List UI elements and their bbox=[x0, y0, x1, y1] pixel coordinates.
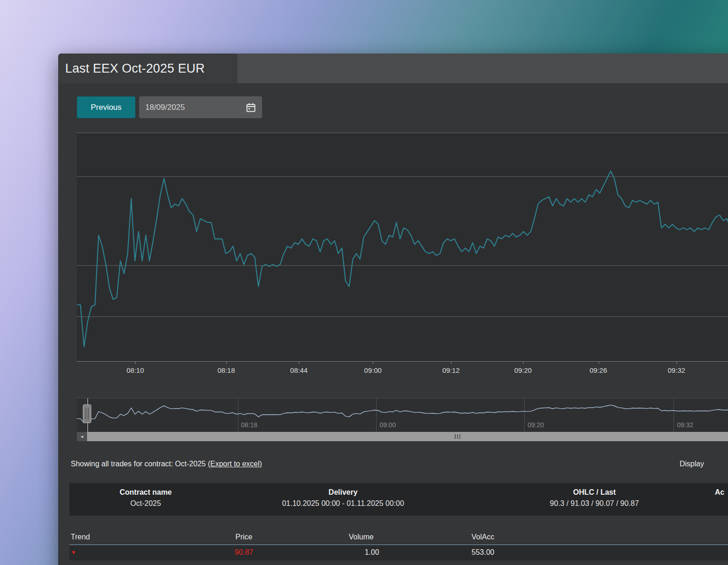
chart-x-axis: 08:1008:1808:4409:0009:1209:2009:2609:32… bbox=[77, 362, 728, 380]
app-window: Last EEX Oct-2025 EUR Previous 18/09/202… bbox=[58, 54, 728, 565]
x-axis-tick-mark bbox=[135, 362, 135, 364]
summary-value: 01.10.2025 00:00 - 01.11.2025 00:00 bbox=[282, 497, 404, 508]
window-titlebar: Last EEX Oct-2025 EUR bbox=[58, 54, 728, 83]
date-picker[interactable]: 18/09/2025 bbox=[139, 96, 262, 118]
x-axis-tick-mark bbox=[599, 362, 599, 364]
date-value: 18/09/2025 bbox=[145, 103, 185, 112]
col-header-trend: Trend bbox=[71, 533, 90, 541]
trend-down-icon: ▼ bbox=[71, 549, 76, 556]
navigator-grid-line bbox=[376, 398, 377, 432]
price-line-series bbox=[77, 133, 728, 362]
window-title: Last EEX Oct-2025 EUR bbox=[65, 61, 205, 76]
display-label[interactable]: Display bbox=[680, 460, 704, 468]
summary-col-contract: Contract name Oct-2025 bbox=[120, 483, 172, 508]
status-text: Showing all trades for contract: Oct-202… bbox=[71, 460, 262, 468]
chart-navigator[interactable]: 08:1809:0009:2009:32 bbox=[77, 398, 728, 432]
x-axis-tick-mark bbox=[676, 362, 677, 364]
summary-value: Oct-2025 bbox=[120, 497, 172, 508]
navigator-time-label: 09:20 bbox=[527, 421, 544, 429]
navigator-grid-line bbox=[674, 398, 674, 432]
summary-header: Ac bbox=[715, 483, 724, 497]
scrollbar-grip-icon[interactable] bbox=[455, 434, 460, 439]
x-axis-tick-label: 08:44 bbox=[290, 366, 308, 374]
trade-volume: 1.00 bbox=[364, 548, 379, 557]
summary-value: 90.3 / 91.03 / 90.07 / 90.87 bbox=[550, 497, 639, 508]
x-axis-tick-label: 08:10 bbox=[127, 366, 144, 374]
x-axis-tick-label: 09:26 bbox=[590, 366, 607, 374]
x-axis-tick-mark bbox=[299, 362, 299, 364]
col-header-volacc: VolAcc bbox=[472, 533, 494, 541]
x-axis-tick-label: 09:32 bbox=[668, 366, 686, 374]
summary-value bbox=[715, 497, 724, 499]
navigator-time-label: 08:18 bbox=[241, 421, 257, 429]
x-axis-tick-mark bbox=[226, 362, 227, 364]
scrollbar-left-arrow-icon[interactable]: ◄ bbox=[77, 432, 87, 441]
summary-col-delivery: Delivery 01.10.2025 00:00 - 01.11.2025 0… bbox=[282, 483, 404, 508]
col-header-price: Price bbox=[236, 533, 252, 541]
trades-table: Trend Price Volume VolAcc ▼ 90.87 1.00 5… bbox=[69, 530, 728, 560]
price-chart[interactable] bbox=[77, 133, 728, 362]
navigator-line-series bbox=[77, 401, 728, 424]
trade-row[interactable]: ▼ 90.87 1.00 553.00 bbox=[69, 545, 728, 560]
trades-header-row: Trend Price Volume VolAcc bbox=[69, 530, 728, 545]
calendar-icon[interactable] bbox=[246, 102, 256, 113]
summary-header: Delivery bbox=[282, 483, 404, 497]
summary-header: Contract name bbox=[120, 483, 172, 497]
x-axis-tick-label: 09:12 bbox=[442, 366, 460, 374]
navigator-time-label: 09:32 bbox=[677, 421, 693, 429]
col-header-volume: Volume bbox=[349, 533, 373, 541]
chart-scrollbar[interactable]: ◄ bbox=[77, 432, 728, 441]
navigator-grid-line bbox=[524, 398, 525, 432]
trade-price: 90.87 bbox=[235, 548, 253, 557]
scrollbar-track[interactable] bbox=[87, 432, 728, 441]
x-axis-tick-mark bbox=[523, 362, 524, 364]
desktop-background: Last EEX Oct-2025 EUR Previous 18/09/202… bbox=[0, 0, 728, 565]
x-axis-tick-label: 09:20 bbox=[514, 366, 532, 374]
contract-summary-table: Contract name Oct-2025 Delivery 01.10.20… bbox=[69, 483, 728, 516]
handle-grip-icon bbox=[86, 408, 88, 419]
status-bar: Showing all trades for contract: Oct-202… bbox=[58, 460, 728, 478]
x-axis-tick-mark bbox=[451, 362, 452, 364]
x-axis-tick-label: 09:00 bbox=[364, 366, 382, 374]
previous-button[interactable]: Previous bbox=[77, 96, 135, 118]
x-axis-tick-mark bbox=[373, 362, 373, 364]
window-title-tab[interactable]: Last EEX Oct-2025 EUR bbox=[58, 54, 237, 83]
export-excel-link[interactable]: (Export to excel) bbox=[208, 460, 262, 468]
chart-toolbar: Previous 18/09/2025 bbox=[58, 83, 728, 133]
summary-col-ohlc: OHLC / Last 90.3 / 91.03 / 90.07 / 90.87 bbox=[550, 483, 639, 508]
navigator-grid-line bbox=[238, 398, 238, 432]
x-axis-tick-label: 08:18 bbox=[217, 366, 235, 374]
trade-volacc: 553.00 bbox=[472, 548, 494, 557]
navigator-handle[interactable] bbox=[83, 404, 91, 423]
navigator-time-label: 09:00 bbox=[379, 421, 396, 429]
summary-col-acc: Ac bbox=[715, 483, 724, 499]
summary-header: OHLC / Last bbox=[550, 483, 639, 497]
